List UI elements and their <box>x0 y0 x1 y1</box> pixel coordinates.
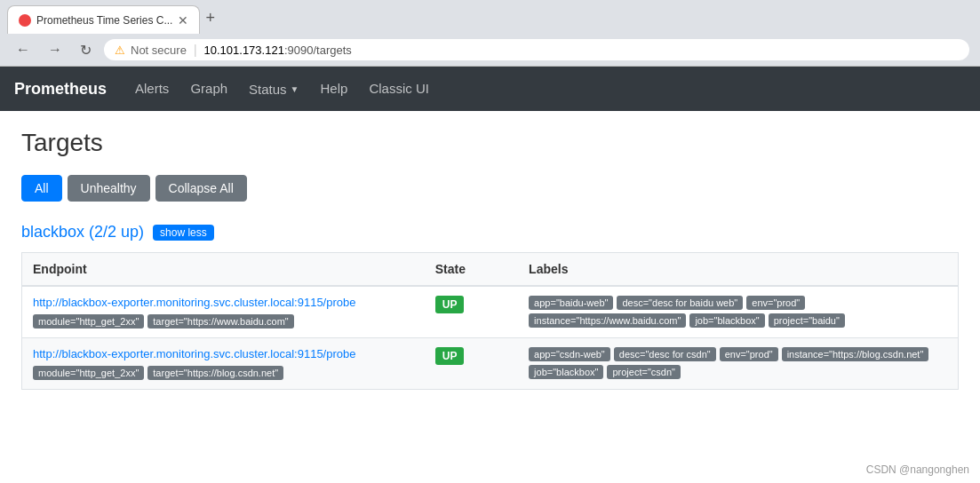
show-less-button[interactable]: show less <box>153 225 214 241</box>
address-url: 10.101.173.121:9090/targets <box>204 44 352 57</box>
filter-all-button[interactable]: All <box>21 175 62 202</box>
nav-link-classic-ui[interactable]: Classic UI <box>358 59 440 118</box>
targets-table: Endpoint State Labels http://blackbox-ex… <box>21 252 959 390</box>
col-header-labels: Labels <box>518 253 958 287</box>
tab-bar: Prometheus Time Series C... ✕ + <box>0 0 980 34</box>
labels-cell: app="baidu-web"desc="desc for baidu web"… <box>518 286 958 338</box>
security-warning-icon: ⚠ <box>115 44 125 57</box>
endpoint-tags: module="http_get_2xx"target="https://www… <box>33 314 414 329</box>
address-separator: | <box>194 43 197 57</box>
state-cell: UP <box>425 286 518 338</box>
new-tab-button[interactable]: + <box>205 9 215 28</box>
filter-collapse-all-button[interactable]: Collapse All <box>155 175 247 202</box>
state-badge: UP <box>435 347 465 365</box>
label-item: job="blackbox" <box>689 313 764 328</box>
nav-dropdown-status[interactable]: Status ▼ <box>238 75 309 104</box>
label-item: project="baidu" <box>769 313 845 328</box>
endpoint-cell: http://blackbox-exporter.monitoring.svc.… <box>22 338 425 390</box>
label-item: app="csdn-web" <box>529 347 610 361</box>
active-tab[interactable]: Prometheus Time Series C... ✕ <box>7 5 200 34</box>
label-item: desc="desc for csdn" <box>614 347 716 361</box>
endpoint-tags: module="http_get_2xx"target="https://blo… <box>33 366 414 380</box>
label-item: desc="desc for baidu web" <box>617 296 743 310</box>
label-item: project="csdn" <box>607 365 681 379</box>
endpoint-tag: module="http_get_2xx" <box>33 314 144 329</box>
browser-chrome: Prometheus Time Series C... ✕ + ← → ↻ ⚠ … <box>0 0 980 67</box>
main-nav: Prometheus Alerts Graph Status ▼ Help Cl… <box>0 67 980 111</box>
tab-close-button[interactable]: ✕ <box>178 14 188 27</box>
table-body: http://blackbox-exporter.monitoring.svc.… <box>22 286 959 390</box>
endpoint-tag: target="https://blog.csdn.net" <box>147 366 283 380</box>
nav-dropdown-status-button[interactable]: Status ▼ <box>238 75 309 104</box>
address-host: 10.101.173.121 <box>204 44 284 57</box>
tab-title: Prometheus Time Series C... <box>36 14 172 27</box>
label-item: env="prod" <box>746 296 805 310</box>
table-header: Endpoint State Labels <box>22 253 959 287</box>
labels-container: app="baidu-web"desc="desc for baidu web"… <box>529 296 947 328</box>
label-item: instance="https://blog.csdn.net" <box>782 347 929 361</box>
main-content: Targets All Unhealthy Collapse All black… <box>0 111 980 408</box>
table-row: http://blackbox-exporter.monitoring.svc.… <box>22 286 959 338</box>
filter-buttons: All Unhealthy Collapse All <box>21 175 959 202</box>
address-not-secure-label: Not secure <box>131 44 187 57</box>
label-item: instance="https://www.baidu.com" <box>529 313 686 328</box>
nav-link-alerts[interactable]: Alerts <box>124 59 179 118</box>
filter-unhealthy-button[interactable]: Unhealthy <box>68 175 150 202</box>
endpoint-tag: target="https://www.baidu.com" <box>147 314 293 329</box>
labels-cell: app="csdn-web"desc="desc for csdn"env="p… <box>518 338 958 390</box>
tab-favicon <box>19 14 31 27</box>
endpoint-cell: http://blackbox-exporter.monitoring.svc.… <box>22 286 425 338</box>
col-header-state: State <box>425 253 518 287</box>
endpoint-link[interactable]: http://blackbox-exporter.monitoring.svc.… <box>33 296 414 309</box>
dropdown-arrow-icon: ▼ <box>291 84 299 94</box>
label-item: app="baidu-web" <box>529 296 613 310</box>
label-item: job="blackbox" <box>529 365 603 379</box>
forward-button[interactable]: → <box>43 40 68 59</box>
nav-link-graph[interactable]: Graph <box>179 59 238 118</box>
endpoint-tag: module="http_get_2xx" <box>33 366 144 380</box>
nav-brand[interactable]: Prometheus <box>14 80 107 99</box>
address-input[interactable]: ⚠ Not secure | 10.101.173.121:9090/targe… <box>104 39 969 60</box>
label-item: env="prod" <box>720 347 778 361</box>
section-blackbox-title[interactable]: blackbox (2/2 up) <box>21 223 144 242</box>
table-header-row: Endpoint State Labels <box>22 253 959 287</box>
nav-link-help[interactable]: Help <box>310 59 359 118</box>
table-row: http://blackbox-exporter.monitoring.svc.… <box>22 338 959 390</box>
labels-container: app="csdn-web"desc="desc for csdn"env="p… <box>529 347 947 379</box>
state-cell: UP <box>425 338 518 390</box>
page-title: Targets <box>21 129 959 157</box>
state-badge: UP <box>435 296 465 313</box>
col-header-endpoint: Endpoint <box>22 253 425 287</box>
section-blackbox-heading: blackbox (2/2 up) show less <box>21 223 959 242</box>
back-button[interactable]: ← <box>11 40 36 59</box>
endpoint-link[interactable]: http://blackbox-exporter.monitoring.svc.… <box>33 347 414 360</box>
address-port-path: :9090/targets <box>284 44 352 57</box>
reload-button[interactable]: ↻ <box>75 40 97 60</box>
